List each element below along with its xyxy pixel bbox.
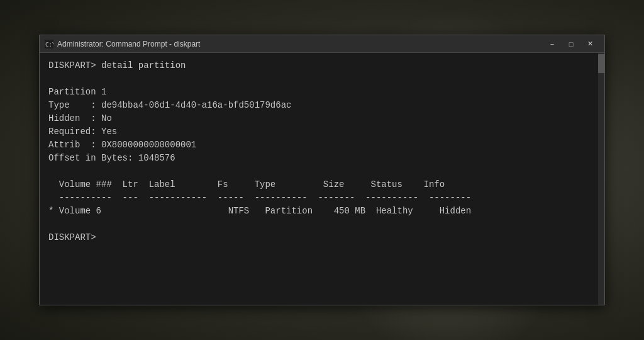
terminal-content[interactable]: DISKPART> detail partition Partition 1 T… (40, 53, 604, 305)
required-line: Required: Yes (48, 125, 596, 139)
window-controls: − □ ✕ (543, 38, 599, 50)
table-row-volume6: * Volume 6 NTFS Partition 450 MB Healthy… (48, 205, 596, 218)
title-bar: C:\ Administrator: Command Prompt - disk… (40, 35, 604, 53)
prompt-line: DISKPART> (48, 231, 596, 244)
maximize-button[interactable]: □ (562, 38, 580, 50)
offset-line: Offset in Bytes: 1048576 (48, 152, 596, 165)
close-button[interactable]: ✕ (580, 38, 599, 50)
scrollbar-thumb[interactable] (598, 54, 604, 73)
table-header: Volume ### Ltr Label Fs Type Size Status… (48, 178, 596, 191)
attrib-line: Attrib : 0X8000000000000001 (48, 139, 596, 152)
command-line: DISKPART> detail partition (48, 59, 596, 72)
svg-text:C:\: C:\ (45, 42, 53, 48)
scrollbar[interactable] (598, 53, 604, 305)
partition-header: Partition 1 (48, 86, 596, 99)
minimize-button[interactable]: − (543, 38, 562, 50)
command-prompt-window: C:\ Administrator: Command Prompt - disk… (39, 35, 605, 305)
blank-line-1 (48, 72, 596, 86)
blank-line-2 (48, 165, 596, 178)
cmd-icon: C:\ (45, 40, 53, 48)
window-title: Administrator: Command Prompt - diskpart (57, 40, 543, 48)
type-line: Type : de94bba4-06d1-4d40-a16a-bfd50179d… (48, 99, 596, 112)
blank-line-3 (48, 218, 596, 231)
hidden-line: Hidden : No (48, 112, 596, 125)
table-divider: ---------- --- ----------- ----- -------… (48, 191, 596, 205)
